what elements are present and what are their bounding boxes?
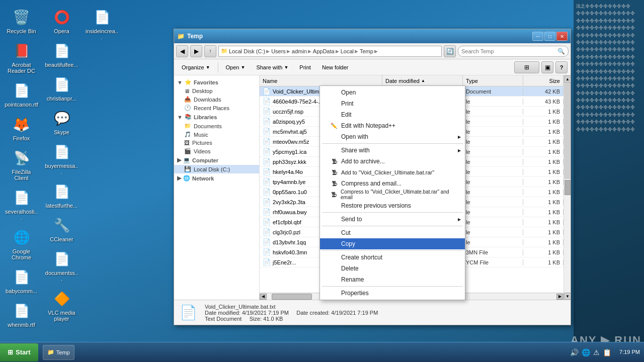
desktop-icon-skype[interactable]: 💬 Skype [43,106,80,137]
address-segment-temp: Temp ▶ [360,48,378,54]
christianpr-icon: 📄 [52,74,72,95]
col-header-name[interactable]: Name [260,75,382,86]
nav-item-pictures[interactable]: 🖼 Pictures [174,139,259,147]
ctx-restore-prev[interactable]: Restore previous versions [320,200,465,211]
desktop-icon-ccleaner[interactable]: 🔧 CCleaner [43,213,80,244]
desktop-icon-insideincrea[interactable]: 📄 insideincrea... [83,5,121,42]
share-with-button[interactable]: Share with ▼ [252,61,293,73]
desktop-icon-christianpr[interactable]: 📄 christianpr... [43,72,80,104]
desktop-icon-buyermessa[interactable]: 📄 buyermessa... [43,140,80,177]
help-button[interactable]: ? [555,61,568,73]
desktop-icon-babycomm[interactable]: 📄 babycomm... [3,265,40,296]
ctx-open-with[interactable]: Open with [320,131,465,142]
ctx-compress-rar-email[interactable]: 🗜 Compress to "Void_Clicker_Ultimate.bat… [320,189,465,200]
pointcanon-icon: 📄 [12,80,32,101]
desktop-icon-firefox[interactable]: 🦊 Firefox [3,112,40,143]
file-size: 1 KB [523,179,564,185]
up-button[interactable]: ↑ [204,45,216,57]
nav-item-local-disk[interactable]: 💾 Local Disk (C:) [174,165,259,173]
tray-icon-4[interactable]: 📋 [603,348,611,356]
ctx-print[interactable]: Print [320,98,465,109]
vertical-scrollbar[interactable]: ▲ ▼ [564,75,571,300]
back-button[interactable]: ◀ [176,45,188,57]
desktop-icon-latestfurthe[interactable]: 📄 latestfurthe... [43,179,80,211]
desktop-icon-acrobat[interactable]: 📕 Acrobat Reader DC [3,39,40,76]
file-size: 1 KB [523,139,564,145]
recycle-bin-label: Recycle Bin [7,28,36,34]
tray-icon-1[interactable]: 🔊 [570,348,579,356]
nav-item-desktop[interactable]: 🖥 Desktop [174,87,259,95]
system-clock[interactable]: 7:19 PM [615,348,644,356]
ctx-add-rar[interactable]: 🗜 Add to "Void_Clicker_Ultimate.bat.rar" [320,167,465,178]
desktop-icon-recycle-bin[interactable]: 🗑️ Recycle Bin [3,5,40,36]
computer-expand-icon: ▶ [177,157,181,163]
hscroll-thumb[interactable] [272,294,312,300]
ctx-send-to[interactable]: Send to [320,214,465,225]
ctx-open[interactable]: Open [320,87,465,98]
desktop-icon-filezilla[interactable]: 📡 FileZilla Client [3,146,40,183]
nav-item-downloads[interactable]: 📥 Downloads [174,95,259,104]
file-name: rhf0uwua.bwy [273,209,307,215]
ctx-share-with[interactable]: Share with [320,145,465,156]
ctx-delete[interactable]: Delete [320,263,465,274]
tray-icon-3[interactable]: ⚠ [593,348,600,356]
desktop-icons-container: 🗑️ Recycle Bin 📕 Acrobat Reader DC 📄 poi… [0,0,118,342]
nav-item-documents[interactable]: 📁 Documents [174,122,259,130]
desktop-icon-chrome[interactable]: 🌐 Google Chrome [3,225,40,262]
ctx-create-shortcut[interactable]: Create shortcut [320,252,465,263]
print-button[interactable]: Print [295,61,315,73]
forward-button[interactable]: ▶ [190,45,202,57]
ctx-add-archive[interactable]: 🗜 Add to archive... [320,156,465,167]
desktop-icon-whenmb[interactable]: 📄 whenmb.rtf [3,299,40,330]
maximize-button[interactable]: □ [544,32,555,41]
minimize-button[interactable]: ─ [532,32,543,41]
col-header-type[interactable]: Type [463,75,523,86]
nav-libraries-header[interactable]: ▼ 📚 Libraries [174,112,259,122]
desktop-icon-pointcanon[interactable]: 📄 pointcanon.rtf [3,78,40,110]
ctx-cut[interactable]: Cut [320,227,465,238]
view-toggle-button[interactable]: ⊞ [514,61,539,73]
nav-item-music[interactable]: 🎵 Music [174,130,259,139]
col-header-date[interactable]: Date modified ▲ [382,75,463,86]
start-button[interactable]: ⊞ Start [0,343,38,361]
ctx-compress-email[interactable]: 🗜 Compress and email... [320,178,465,189]
tray-icon-2[interactable]: 🌐 [582,348,590,356]
scroll-up-button[interactable]: ▲ [564,75,571,82]
desktop-icon-opera[interactable]: ⭕ Opera [43,5,80,36]
file-name: 4660e4d9-75e2-4-... [273,99,323,105]
ctx-compress-rar-icon: 🗜 [330,191,338,199]
desktop-icon-severalhosti[interactable]: 📄 severalhosti... [3,186,40,223]
recent-nav-icon: 🕐 [184,105,191,111]
file-name: d13ybvhr.1qq [273,239,306,245]
nav-computer-header[interactable]: ▶ 💻 Computer [174,155,259,165]
file-icon: 📄 [263,218,271,226]
ctx-rename[interactable]: Rename [320,274,465,285]
address-path[interactable]: 📁 Local Disk (C:) ▶ Users ▶ admin ▶ AppD… [218,46,442,57]
search-box[interactable]: 🔍 [458,46,569,57]
desktop-icon-vlc[interactable]: 🔶 VLC media player [43,287,80,324]
open-button[interactable]: Open ▼ [221,61,250,73]
desktop-icon-documentss[interactable]: 📄 documentss... [43,247,80,284]
refresh-button[interactable]: 🔄 [444,45,456,57]
col-header-size[interactable]: Size [523,75,564,86]
babycomm-icon: 📄 [12,267,32,287]
nav-network-header[interactable]: ▶ 🌐 Network [174,173,259,183]
taskbar-item-explorer[interactable]: 📁 Temp [43,345,74,360]
search-input[interactable] [461,48,555,54]
nav-item-recent-places[interactable]: 🕐 Recent Places [174,104,259,112]
scroll-down-button[interactable]: ▼ [564,293,571,300]
close-button[interactable]: ✕ [556,32,568,41]
ctx-edit[interactable]: Edit [320,109,465,120]
nav-favorites-header[interactable]: ▼ ⭐ Favorites [174,77,259,87]
status-file-icon: 📄 [179,304,197,322]
organize-button[interactable]: Organize ▼ [177,61,215,73]
new-folder-button[interactable]: New folder [317,61,353,73]
ctx-copy[interactable]: Copy [320,238,465,249]
pointcanon-label: pointcanon.rtf [5,102,38,108]
preview-pane-button[interactable]: ▣ [541,61,553,73]
ctx-edit-notepad[interactable]: ✏️ Edit with Notepad++ [320,120,465,131]
desktop-icon-beautifulfee[interactable]: 📄 beautifulfee... [43,39,80,70]
ctx-properties[interactable]: Properties [320,288,465,299]
taskbar-explorer-icon: 📁 [47,349,54,355]
nav-item-videos[interactable]: 🎬 Videos [174,147,259,155]
